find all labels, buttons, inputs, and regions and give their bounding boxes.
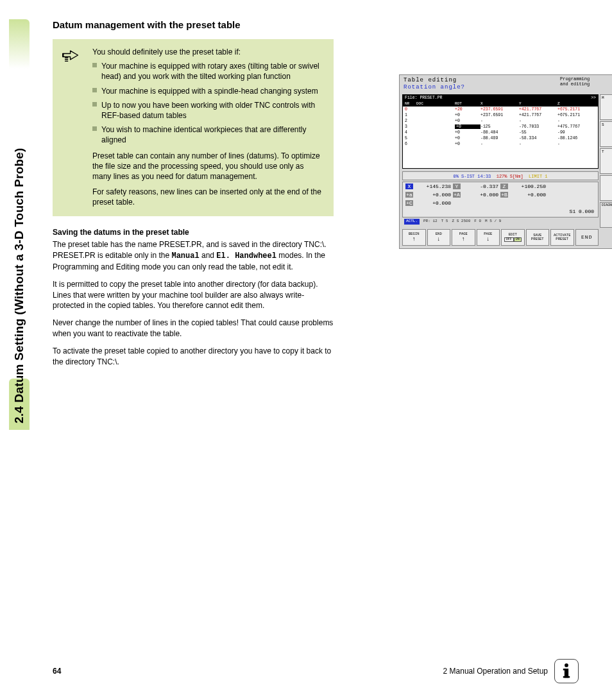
softkey[interactable]: PAGE↑ [452, 229, 475, 246]
page-number: 64 [53, 667, 61, 676]
status-bar: 0% S-IST 14:33 127% S[Nm] LIMIT 1 [402, 171, 599, 180]
cnc-screenshot: Table editing Rotation angle? Programmin… [399, 74, 612, 249]
screen-mode: Programming and editing [560, 77, 596, 87]
mono-text: Manual [171, 252, 199, 260]
body-paragraph: To activate the preset table copied to a… [53, 346, 334, 368]
note-bullet: Up to now you have been working with old… [92, 100, 325, 121]
note-list: Your machine is equipped with rotary axe… [92, 61, 325, 145]
note-bullet: Your machine is equipped with rotary axe… [92, 61, 325, 81]
softkey[interactable]: EDITOFFON [501, 229, 525, 246]
note-paragraph: Preset table can contain any number of l… [92, 151, 325, 182]
table-more-icon: >> [591, 96, 596, 100]
svg-rect-6 [563, 676, 570, 678]
screen-subtitle: Rotation angle? [404, 84, 465, 90]
svg-rect-5 [563, 669, 566, 670]
softkey[interactable]: ACTIVATEPRESET [550, 229, 574, 246]
section-side-tab: 2.4 Datum Setting (Without a 3-D Touch P… [9, 19, 30, 430]
side-button-t[interactable]: T [600, 148, 612, 174]
section-title: Datum management with the preset table [53, 19, 579, 30]
side-button-diagnosis[interactable]: DIAGNOSIS [600, 202, 612, 228]
preset-table: File: PRESET.PR >> NR DOC ROT X Y Z 0+20… [402, 94, 599, 169]
softkey[interactable]: END↓ [427, 229, 451, 246]
softkey[interactable]: BEGIN↑ [402, 229, 426, 246]
table-file: File: PRESET.PR [405, 96, 443, 100]
screen-title: Table editing [404, 77, 457, 83]
coordinate-panel: X+145.238Y-0.337Z+100.250 +a+0.000+A+0.0… [402, 182, 599, 218]
note-box: You should definitely use the preset tab… [53, 39, 334, 216]
side-button-blank[interactable] [600, 175, 612, 201]
table-row: 2+0--- [403, 118, 598, 124]
softkey[interactable]: END [575, 229, 599, 246]
side-button-s[interactable]: S [600, 121, 612, 147]
softkey-row: BEGIN↑END↓PAGE↑PAGE↓EDITOFFONSAVEPRESETA… [402, 229, 599, 246]
pointing-hand-icon [62, 47, 83, 69]
table-row: 1+0+237.6591+421.7767+675.2171 [403, 112, 598, 118]
page-footer: 64 2 Manual Operation and Setup [53, 659, 579, 683]
table-row: 6+0--- [403, 141, 598, 147]
svg-point-3 [565, 663, 568, 667]
table-row: 3+0-125-76.7033+475.7767 [403, 124, 598, 130]
mono-text: El. Handwheel [216, 252, 276, 260]
table-row: 4+0-80.404-55-99 [403, 130, 598, 135]
side-button-m[interactable]: M [600, 94, 612, 120]
page-content: Datum management with the preset table Y… [53, 19, 579, 373]
body-paragraph: The preset table has the name PRESET.PR,… [53, 239, 334, 272]
info-icon [554, 659, 579, 683]
note-paragraph: For safety reasons, new lines can be ins… [92, 187, 325, 207]
note-bullet: You wish to machine identical workpieces… [92, 124, 325, 145]
note-bullet: Your machine is equipped with a spindle-… [92, 86, 325, 96]
body-paragraph: It is permitted to copy the preset table… [53, 279, 334, 311]
table-row: 0+20+237.6591+421.7767+675.2171 [403, 107, 598, 112]
body-paragraph: Never change the number of lines in the … [53, 318, 334, 339]
table-row: 5+0-80.489-58.334-80.1246 [403, 135, 598, 141]
side-buttons: M S T DIAGNOSIS [600, 94, 612, 228]
info-bar: ACTL. PR: 12 T 5 Z S 2500 F 0 M 5 / 9 [402, 219, 599, 225]
softkey[interactable]: SAVEPRESET [526, 229, 550, 246]
note-intro: You should definitely use the preset tab… [92, 47, 325, 57]
note-content: You should definitely use the preset tab… [92, 47, 325, 207]
softkey[interactable]: PAGE↓ [477, 229, 500, 246]
chapter-title: 2 Manual Operation and Setup [443, 667, 548, 676]
